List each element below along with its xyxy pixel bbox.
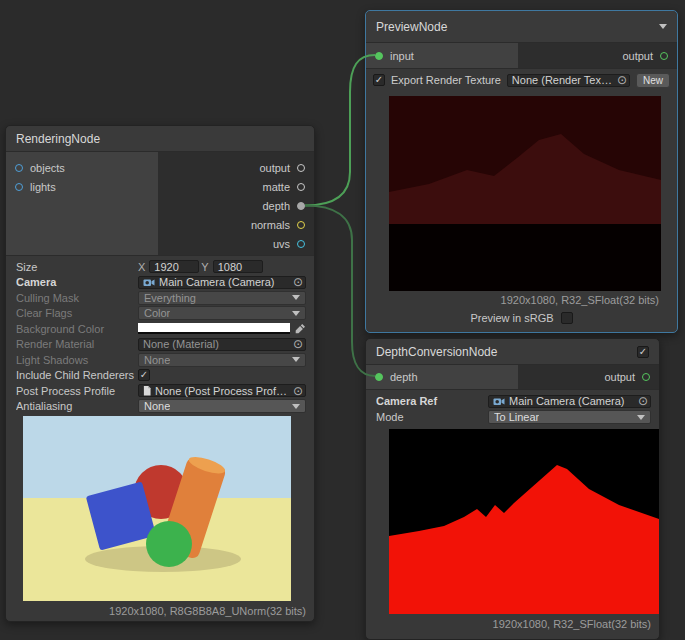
port-input-label: input [390,50,414,62]
camera-label: Camera [16,276,138,288]
antialiasing-row: Antialiasing None [6,399,314,415]
background-color-row: Background Color [6,321,314,337]
preview-node-ports: input output [366,43,677,69]
culling-mask-label: Culling Mask [16,292,138,304]
culling-mask-row: Culling Mask Everything [6,290,314,306]
preview-node-caption: 1920x1080, R32_SFloat(32 bits) [501,294,659,306]
port-objects[interactable]: objects [6,158,158,177]
port-preview-output-dot[interactable] [660,52,668,60]
chevron-down-icon [292,404,300,409]
port-output[interactable]: output [158,158,314,177]
port-depth-output-dot[interactable] [642,373,650,381]
object-picker-icon[interactable]: ⊙ [293,385,303,397]
preview-in-srgb-row: Preview in sRGB [366,312,677,324]
port-depth[interactable]: depth [158,196,314,215]
render-material-row: Render Material None (Material) ⊙ [6,337,314,353]
depth-conversion-properties: Camera Ref Main Camera (Camera) ⊙ Mode T… [366,390,659,425]
light-shadows-dropdown[interactable]: None [138,353,306,367]
preview-node-image [389,96,661,291]
depth-conversion-node-header[interactable]: DepthConversionNode [366,339,659,365]
port-matte[interactable]: matte [158,177,314,196]
post-process-profile-field[interactable]: None (Post Process Profile) ⊙ [138,384,306,397]
object-picker-icon[interactable]: ⊙ [617,74,627,86]
rendering-node[interactable]: RenderingNode objects lights output matt… [5,125,315,622]
rendering-node-ports: objects lights output matte depth normal… [6,152,314,256]
port-preview-output-label: output [622,50,653,62]
culling-mask-dropdown[interactable]: Everything [138,291,306,305]
port-input-dot[interactable] [375,52,383,60]
port-input[interactable]: input [366,43,518,68]
eyedropper-icon[interactable] [295,323,306,334]
port-output-dot[interactable] [297,164,305,172]
collapse-chevron-icon[interactable] [659,24,667,29]
object-picker-icon[interactable]: ⊙ [293,338,303,350]
antialiasing-dropdown[interactable]: None [138,399,306,413]
new-render-texture-button[interactable]: New [636,73,670,88]
depth-conversion-caption: 1920x1080, R32_SFloat(32 bits) [493,618,651,630]
port-uvs-dot[interactable] [297,240,305,248]
chevron-down-icon [292,295,300,300]
port-depth-input-dot[interactable] [375,373,383,381]
size-y-label: Y [201,261,208,273]
clear-flags-label: Clear Flags [16,307,138,319]
size-label: Size [16,261,138,273]
depth-conversion-node[interactable]: DepthConversionNode depth output Camera … [365,338,660,640]
camera-ref-object-field[interactable]: Main Camera (Camera) ⊙ [488,395,651,408]
preview-in-srgb-label: Preview in sRGB [470,312,553,324]
clear-flags-dropdown[interactable]: Color [138,306,306,320]
rendering-inputs: objects lights [6,152,158,255]
include-child-renderers-checkbox[interactable] [138,369,150,381]
render-material-label: Render Material [16,338,138,350]
preview-node-header[interactable]: PreviewNode [366,11,677,43]
size-y-input[interactable]: 1080 [213,260,263,273]
object-picker-icon[interactable]: ⊙ [638,395,648,407]
node-graph-canvas[interactable]: { "canvas": { "background": "#2b2b2b" },… [0,0,685,640]
port-depth-input[interactable]: depth [366,365,518,389]
port-depth-output[interactable]: output [518,365,659,389]
preview-node[interactable]: PreviewNode input output Export Render T… [365,10,678,333]
depth-conversion-enabled-checkbox[interactable] [637,346,649,358]
camera-row: Camera Main Camera (Camera) ⊙ [6,275,314,291]
file-icon [143,386,151,396]
background-color-field[interactable] [138,323,290,334]
port-preview-output[interactable]: output [518,43,677,68]
camera-icon [493,397,505,406]
mode-dropdown[interactable]: To Linear [488,410,651,424]
port-lights[interactable]: lights [6,177,158,196]
port-matte-dot[interactable] [297,183,305,191]
post-process-profile-row: Post Process Profile None (Post Process … [6,383,314,399]
camera-ref-row: Camera Ref Main Camera (Camera) ⊙ [366,393,659,409]
port-objects-dot[interactable] [15,164,23,172]
render-material-field[interactable]: None (Material) ⊙ [138,338,306,351]
port-depth-output-label: output [604,371,635,383]
preview-in-srgb-checkbox[interactable] [561,312,573,324]
background-color-label: Background Color [16,323,138,335]
post-process-profile-label: Post Process Profile [16,385,138,397]
rendering-node-properties: Size X 1920 Y 1080 Camera Main Camera (C… [6,256,314,414]
rendering-node-header[interactable]: RenderingNode [6,126,314,152]
port-normals-dot[interactable] [297,221,305,229]
port-depth-dot[interactable] [297,202,305,210]
port-normals[interactable]: normals [158,215,314,234]
include-child-renderers-row: Include Child Renderers [6,368,314,384]
render-texture-object-field[interactable]: None (Render Texture) ⊙ [507,74,630,87]
antialiasing-label: Antialiasing [16,400,138,412]
port-uvs[interactable]: uvs [158,234,314,253]
export-render-texture-checkbox[interactable] [373,74,385,86]
chevron-down-icon [637,415,645,420]
rendering-preview-image [23,416,291,601]
mode-label: Mode [376,411,488,423]
depth-conversion-node-title: DepthConversionNode [376,345,497,359]
preview-green-sphere [146,521,192,567]
chevron-down-icon [292,311,300,316]
clear-flags-row: Clear Flags Color [6,306,314,322]
rendering-outputs: output matte depth normals uvs [158,152,314,255]
object-picker-icon[interactable]: ⊙ [293,276,303,288]
port-lights-dot[interactable] [15,183,23,191]
export-render-texture-row: Export Render Texture None (Render Textu… [366,69,677,91]
size-x-input[interactable]: 1920 [149,260,199,273]
light-shadows-row: Light Shadows None [6,352,314,368]
port-lights-label: lights [30,181,56,193]
port-objects-label: objects [30,162,65,174]
camera-object-field[interactable]: Main Camera (Camera) ⊙ [138,276,306,289]
